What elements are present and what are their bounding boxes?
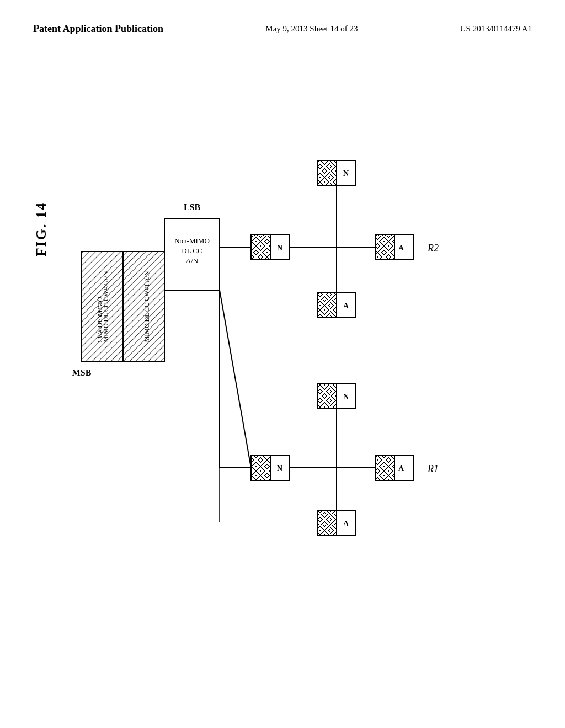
svg-text:LSB: LSB bbox=[184, 202, 201, 212]
svg-rect-24 bbox=[395, 235, 414, 260]
svg-text:R2: R2 bbox=[427, 243, 439, 254]
svg-rect-20 bbox=[251, 235, 270, 260]
diagram-svg: MIMO DL CC CW#2 A/N MIMO DL CC CW#2 A/N … bbox=[0, 47, 565, 709]
main-content: FIG. 14 MIMO DL CC CW#2 A/N MIMO DL bbox=[0, 47, 565, 709]
svg-rect-36 bbox=[317, 384, 337, 409]
svg-rect-26 bbox=[317, 293, 337, 318]
svg-rect-39 bbox=[251, 456, 270, 480]
svg-text:A: A bbox=[343, 302, 349, 310]
svg-rect-42 bbox=[375, 456, 395, 480]
svg-text:Non-MIMO: Non-MIMO bbox=[174, 237, 210, 245]
svg-text:A: A bbox=[398, 464, 404, 473]
page-header: Patent Application Publication May 9, 20… bbox=[0, 0, 565, 47]
svg-rect-23 bbox=[375, 235, 395, 260]
svg-text:MIMO DL CC CW#1 A/N: MIMO DL CC CW#1 A/N bbox=[143, 271, 151, 342]
publication-title: Patent Application Publication bbox=[33, 22, 163, 36]
svg-text:N: N bbox=[277, 464, 282, 473]
svg-text:N: N bbox=[277, 244, 282, 252]
svg-rect-43 bbox=[395, 456, 414, 480]
svg-rect-17 bbox=[317, 160, 337, 185]
svg-text:A: A bbox=[398, 244, 404, 252]
svg-rect-45 bbox=[317, 511, 337, 536]
svg-text:A/N: A/N bbox=[186, 256, 199, 265]
svg-text:N: N bbox=[343, 169, 349, 178]
svg-line-56 bbox=[220, 290, 251, 468]
svg-text:DL CC: DL CC bbox=[182, 247, 202, 255]
patent-number: US 2013/0114479 A1 bbox=[460, 22, 532, 34]
svg-text:R1: R1 bbox=[427, 463, 439, 474]
svg-text:A: A bbox=[343, 520, 349, 528]
sheet-info: May 9, 2013 Sheet 14 of 23 bbox=[265, 22, 358, 34]
svg-text:MIMO DL CC CW#2 A/N: MIMO DL CC CW#2 A/N bbox=[102, 271, 110, 342]
svg-text:N: N bbox=[343, 393, 349, 401]
svg-text:MSB: MSB bbox=[72, 368, 92, 377]
